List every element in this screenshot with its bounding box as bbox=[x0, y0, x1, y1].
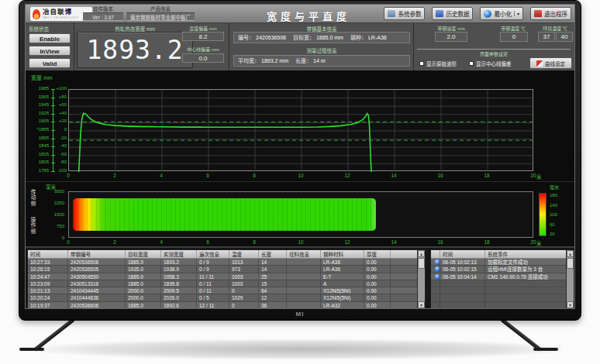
state-button-group: EnableInViewValid bbox=[29, 33, 71, 70]
operator-side-label: 操作侧 bbox=[29, 217, 36, 235]
legend-tick: 140 bbox=[550, 203, 565, 208]
event-info-icon bbox=[435, 259, 440, 265]
table-cell-filler bbox=[391, 273, 419, 280]
table-row[interactable]: 10:24:4724305045501885.01958.311 / 11100… bbox=[28, 273, 425, 280]
legend-label: 毫米 bbox=[550, 184, 559, 191]
table-cell-filler bbox=[391, 259, 419, 265]
table-row[interactable]: 10:19:3724205366061885.01892.612 / 11036… bbox=[28, 302, 425, 308]
flatness-heatmap-plot bbox=[68, 191, 533, 238]
header-button-1[interactable]: 历史数据 bbox=[432, 7, 473, 20]
y-axis-deviation-tick: +80 bbox=[55, 94, 67, 100]
table-cell: 1893.2 bbox=[161, 259, 197, 265]
table-cell: 2410434445 bbox=[68, 287, 126, 294]
table-cell: 2430513318 bbox=[68, 280, 126, 287]
column-header: 遍次信息 bbox=[197, 250, 229, 258]
table-cell: E-T bbox=[321, 273, 364, 280]
table-scrollbar[interactable]: ▲▼ bbox=[566, 250, 574, 308]
tick-label: 1905 bbox=[39, 118, 49, 123]
header-button-2[interactable]: 最小化▾ bbox=[480, 7, 523, 20]
scroll-down-icon[interactable]: ▼ bbox=[418, 301, 425, 308]
settings-divider bbox=[417, 49, 571, 50]
center-deviation-label: 中心线偏差 mm bbox=[181, 46, 226, 53]
ambient-temp-values: 3740 bbox=[538, 32, 573, 42]
table-row[interactable]: 10:20:2424104448362000.02026.00 / 510291… bbox=[28, 294, 425, 301]
event-cell-empty bbox=[485, 302, 567, 308]
scrollbar-track[interactable] bbox=[418, 257, 425, 301]
strip-heatmap-band bbox=[73, 198, 377, 231]
event-cell: 加载标定文件成功 bbox=[485, 259, 567, 265]
table-cell: 2420536508 bbox=[68, 259, 126, 265]
display-options: 显示原始波形显示中心线偏差 bbox=[419, 60, 512, 67]
table-cell: 2026.0 bbox=[161, 294, 197, 300]
event-cell-empty bbox=[440, 280, 485, 287]
column-header-filler bbox=[391, 250, 419, 258]
table-cell-filler bbox=[391, 287, 419, 294]
tv-frame: 冶自联博 MELT TECHNOLOGY 软件版本 Ver : 3.67 产品信… bbox=[19, 0, 581, 321]
display-option-checkbox-1[interactable]: 显示中心线偏差 bbox=[469, 60, 512, 67]
checkbox-box bbox=[419, 61, 424, 66]
table-row[interactable]: 10:21:1324104344452000.02009.50 / 11064X… bbox=[28, 287, 425, 294]
legend-tick: 180 bbox=[550, 193, 565, 197]
table-cell: 1892.6 bbox=[161, 302, 197, 308]
strip-speed-label: 带钢速度 m/s bbox=[417, 25, 485, 32]
tv-shadow bbox=[39, 339, 561, 359]
x-axis-tick: 0 bbox=[60, 173, 76, 178]
state-button-valid[interactable]: Valid bbox=[29, 58, 71, 68]
event-row[interactable]: 06-05 10:02:15远程HMI连接数量为 3 台 bbox=[431, 266, 574, 273]
table-cell: 10:19:37 bbox=[28, 302, 68, 308]
scroll-up-icon[interactable]: ▲ bbox=[418, 250, 425, 257]
scroll-down-icon[interactable]: ▼ bbox=[567, 301, 574, 308]
event-cell-empty bbox=[431, 287, 440, 294]
table-cell: 0 / 5 bbox=[197, 294, 229, 300]
x-axis-tick: 12 bbox=[340, 173, 355, 178]
ambient-temp-value-1: 40 bbox=[556, 32, 573, 42]
state-button-inview[interactable]: InView bbox=[29, 46, 71, 56]
scrollbar-thumb[interactable] bbox=[567, 258, 574, 269]
table-cell: 0.00 bbox=[364, 294, 391, 300]
table-cell bbox=[287, 287, 321, 294]
width-flatness-app: 冶自联博 MELT TECHNOLOGY 软件版本 Ver : 3.67 产品信… bbox=[26, 5, 574, 308]
width-curve bbox=[69, 90, 534, 172]
table-row[interactable]: 10:26:1524205365051935.01938.90 / 997314… bbox=[28, 266, 425, 273]
curve-settings-button[interactable]: 曲线设定 bbox=[529, 57, 572, 69]
header-button-0[interactable]: 系统参数 bbox=[384, 7, 425, 20]
y-axis-width-tick: *1885 bbox=[29, 127, 49, 132]
scrollbar-thumb[interactable] bbox=[418, 258, 425, 269]
scroll-up-icon[interactable]: ▲ bbox=[567, 250, 574, 257]
dropdown-arrow-icon[interactable]: ▾ bbox=[514, 11, 519, 16]
table-cell-filler bbox=[391, 294, 419, 300]
event-row[interactable]: 06-05 10:04:14CM1 140.90.0.76 连接成功 bbox=[431, 273, 574, 280]
event-cell: 远程HMI连接数量为 3 台 bbox=[485, 266, 567, 272]
checkbox-label: 显示原始波形 bbox=[426, 60, 457, 67]
y-axis-deviation-tick: +40 bbox=[55, 111, 67, 116]
table-cell bbox=[287, 273, 321, 280]
table-row[interactable]: 10:23:0924305133181885.01895.80 / 111003… bbox=[28, 280, 425, 287]
ambient-temp-value-0: 37 bbox=[538, 32, 555, 42]
y-axis-width-tick: 1785 bbox=[29, 168, 49, 173]
table-row[interactable]: 10:27:3324205365081885.01893.20 / 910131… bbox=[28, 259, 425, 266]
divider bbox=[229, 23, 229, 70]
display-option-checkbox-0[interactable]: 显示原始波形 bbox=[419, 60, 457, 67]
scrollbar-track[interactable] bbox=[567, 257, 574, 301]
y-axis-width-tick: 1925 bbox=[29, 111, 49, 116]
x-axis-tick: 14 bbox=[386, 173, 402, 178]
table-cell: LR-A32 bbox=[321, 302, 364, 308]
table-cell: 11 / 11 bbox=[197, 273, 229, 280]
x-axis-tick: 18 bbox=[479, 239, 495, 245]
table-cell bbox=[287, 280, 321, 287]
table-cell: 0 bbox=[229, 302, 259, 308]
state-button-enable[interactable]: Enable bbox=[29, 33, 71, 43]
event-row[interactable]: 06-05 10:02:13加载标定文件成功 bbox=[431, 259, 574, 266]
table-scrollbar[interactable]: ▲▼ bbox=[417, 250, 425, 308]
event-cell-empty bbox=[440, 287, 485, 294]
width-chart-section: 宽度 mm 19851965194519251905*1885186518451… bbox=[26, 71, 574, 181]
tv-stand-right-foot bbox=[533, 348, 558, 351]
curve-settings-icon bbox=[536, 60, 543, 67]
field-value: 2420536508 bbox=[256, 35, 286, 40]
tick-label: 1945 bbox=[39, 102, 49, 107]
x-axis-tick: 12 bbox=[340, 239, 355, 245]
event-cell: 06-05 10:02:13 bbox=[440, 259, 485, 265]
event-row-empty bbox=[431, 287, 574, 294]
event-cell-empty bbox=[431, 294, 440, 300]
header-button-3[interactable]: 退出程序 bbox=[530, 7, 571, 20]
